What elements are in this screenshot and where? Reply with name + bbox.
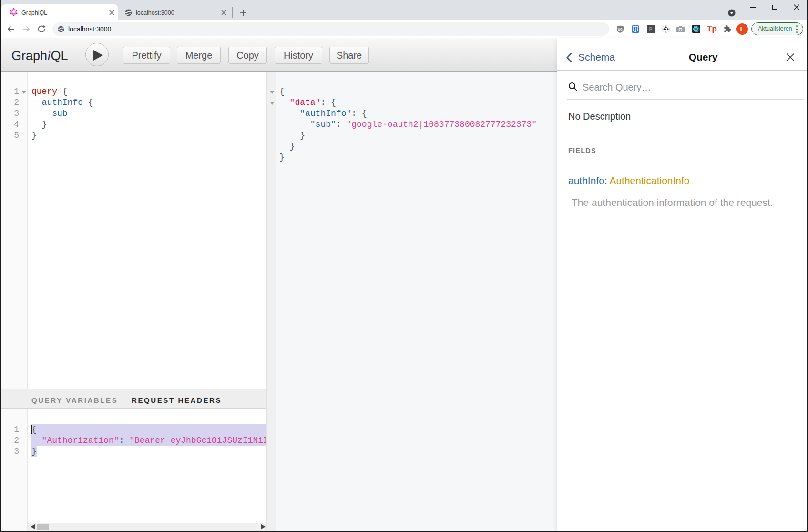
svg-text:P: P: [649, 27, 653, 32]
svg-text:UO: UO: [618, 28, 623, 31]
